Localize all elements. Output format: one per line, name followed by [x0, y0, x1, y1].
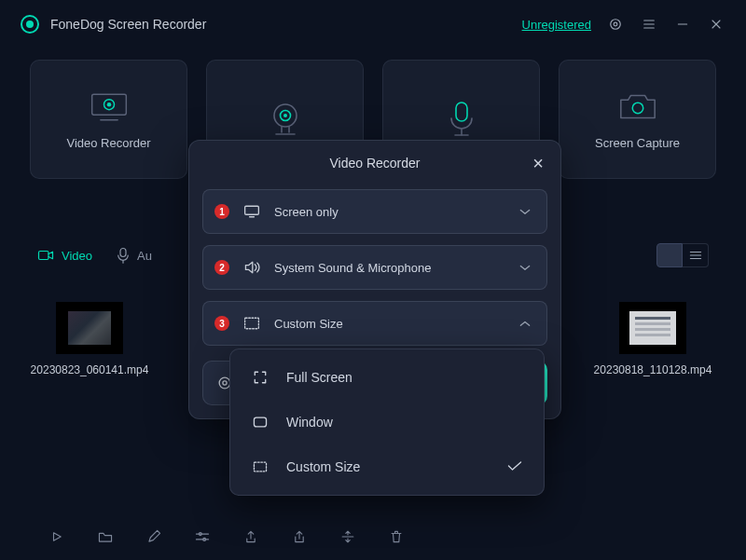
svg-rect-23 [670, 250, 675, 254]
library-tab-video[interactable]: Video [37, 249, 92, 263]
unregistered-link[interactable]: Unregistered [522, 18, 591, 32]
view-toggle [656, 243, 709, 267]
speaker-icon [242, 258, 261, 277]
svg-rect-38 [245, 318, 259, 328]
file-thumbnail [619, 302, 686, 354]
close-button[interactable] [707, 15, 725, 34]
step-badge-1: 1 [214, 204, 229, 219]
svg-point-1 [614, 22, 617, 26]
chevron-up-icon [518, 317, 532, 331]
svg-point-40 [223, 381, 227, 385]
svg-rect-42 [254, 462, 266, 471]
menu-icon[interactable] [640, 15, 658, 34]
step-badge-3: 3 [214, 316, 229, 331]
webcam-icon [265, 102, 306, 136]
svg-rect-41 [254, 417, 266, 427]
app-title: FoneDog Screen Recorder [50, 17, 206, 32]
full-screen-icon [251, 368, 269, 387]
export-icon[interactable] [242, 528, 259, 545]
modal-title: Video Recorder [329, 156, 420, 171]
submenu-full-screen-label: Full Screen [286, 370, 352, 385]
svg-marker-37 [245, 262, 252, 272]
camera-icon [617, 89, 658, 123]
check-icon [506, 459, 523, 475]
compress-icon[interactable] [339, 528, 356, 545]
screen-icon [242, 202, 261, 221]
option-area-label: Custom Size [274, 317, 343, 331]
svg-rect-35 [245, 206, 259, 214]
svg-rect-15 [456, 102, 467, 121]
app-logo-icon [21, 15, 39, 34]
svg-point-14 [283, 114, 287, 117]
submenu-window-label: Window [286, 415, 333, 430]
modal-close-button[interactable]: × [529, 154, 547, 172]
mode-screen-capture[interactable]: Screen Capture [559, 60, 716, 179]
svg-rect-22 [664, 250, 669, 254]
file-item[interactable]: 20230823_060141.mp4 [34, 302, 145, 389]
mode-video-recorder[interactable]: Video Recorder [30, 60, 187, 179]
svg-rect-25 [670, 256, 675, 261]
submenu-custom-size-label: Custom Size [286, 459, 360, 474]
file-thumbnail [56, 302, 123, 354]
view-list-button[interactable] [683, 243, 709, 267]
library-tab-video-label: Video [62, 249, 92, 263]
file-name: 20230823_060141.mp4 [31, 363, 149, 376]
option-source-label: Screen only [274, 205, 338, 219]
share-icon[interactable] [291, 528, 308, 545]
recording-area-submenu: Full Screen Window Custom Size [229, 348, 545, 496]
window-icon [251, 413, 269, 431]
option-recording-area[interactable]: 3 Custom Size [202, 301, 547, 346]
modal-options: 1 Screen only 2 System Sound & Microphon… [189, 185, 560, 349]
sliders-icon[interactable] [194, 528, 211, 545]
folder-icon[interactable] [97, 528, 114, 545]
file-name: 20230818_110128.mp4 [594, 363, 712, 376]
svg-rect-24 [664, 256, 669, 261]
svg-rect-19 [39, 252, 49, 260]
trash-icon[interactable] [388, 528, 405, 545]
submenu-window[interactable]: Window [230, 400, 544, 444]
option-recording-source[interactable]: 1 Screen only [202, 189, 547, 234]
svg-rect-20 [120, 249, 126, 257]
settings-gear-icon[interactable] [606, 15, 625, 34]
chevron-down-icon [518, 261, 532, 275]
option-audio-source[interactable]: 2 System Sound & Microphone [202, 245, 547, 290]
monitor-record-icon [89, 89, 130, 123]
svg-marker-29 [54, 533, 62, 540]
view-grid-button[interactable] [656, 243, 683, 267]
microphone-icon [441, 102, 482, 136]
chevron-down-icon [518, 205, 532, 219]
custom-size-icon [242, 314, 261, 333]
mode-video-label: Video Recorder [66, 136, 150, 150]
svg-point-0 [611, 20, 621, 30]
library-tab-audio-label: Au [137, 249, 152, 263]
modal-header: Video Recorder × [189, 141, 560, 185]
edit-icon[interactable] [145, 528, 162, 545]
svg-point-11 [106, 102, 111, 106]
bottom-toolbar [0, 528, 746, 545]
option-audio-label: System Sound & Microphone [274, 261, 431, 275]
title-bar-right: Unregistered [522, 15, 725, 34]
file-item[interactable]: 20230818_110128.mp4 [597, 302, 709, 389]
minimize-button[interactable] [673, 15, 692, 34]
submenu-full-screen[interactable]: Full Screen [230, 355, 544, 400]
library-tab-audio[interactable]: Au [117, 247, 152, 264]
title-bar: FoneDog Screen Recorder Unregistered [0, 0, 746, 48]
submenu-custom-size[interactable]: Custom Size [230, 444, 544, 489]
svg-point-18 [632, 102, 642, 113]
mode-capture-label: Screen Capture [595, 136, 680, 150]
play-icon[interactable] [48, 528, 65, 545]
custom-size-icon [251, 458, 269, 476]
step-badge-2: 2 [214, 260, 229, 275]
